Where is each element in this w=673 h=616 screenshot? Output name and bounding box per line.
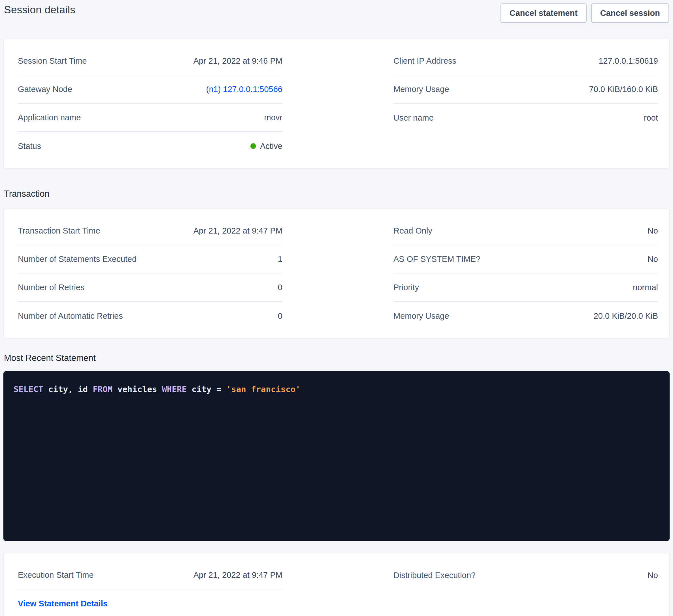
row-label: Distributed Execution? [394,571,476,580]
row-value: 20.0 KiB/20.0 KiB [594,311,658,321]
row-label: Read Only [394,226,432,236]
row-value: Apr 21, 2022 at 9:46 PM [194,56,282,66]
gateway-node-link[interactable]: (n1) 127.0.0.1:50566 [206,85,282,94]
view-statement-details-row: View Statement Details [18,589,282,616]
transaction-start-time-row: Transaction Start Time Apr 21, 2022 at 9… [18,217,282,245]
distributed-execution-row: Distributed Execution? No [394,561,658,589]
row-label: Status [18,141,41,151]
automatic-retries-row: Number of Automatic Retries 0 [18,302,282,330]
row-label: Number of Retries [18,283,84,292]
sql-keyword: WHERE [162,384,187,394]
row-value: 1 [278,255,282,264]
status-active-dot-icon [250,143,256,149]
sql-text: city = [187,384,226,394]
retries-row: Number of Retries 0 [18,274,282,302]
sql-code-block: SELECT city, id FROM vehicles WHERE city… [3,371,670,541]
execution-right-column: Distributed Execution? No [394,561,658,616]
row-label: User name [394,113,434,122]
sql-text: city, id [43,384,93,394]
row-value: Apr 21, 2022 at 9:47 PM [194,570,282,580]
sql-keyword: SELECT [14,384,43,394]
session-summary-right-column: Client IP Address 127.0.0.1:50619 Memory… [394,47,658,160]
view-statement-details-link[interactable]: View Statement Details [18,599,107,608]
page-header: Session details Cancel statement Cancel … [3,4,670,23]
read-only-row: Read Only No [394,217,658,245]
page-title: Session details [4,4,75,16]
row-label: Memory Usage [394,85,449,94]
session-summary-grid: Session Start Time Apr 21, 2022 at 9:46 … [18,47,658,160]
transaction-left-column: Transaction Start Time Apr 21, 2022 at 9… [18,217,282,330]
execution-card: Execution Start Time Apr 21, 2022 at 9:4… [3,553,670,616]
row-value: 0 [278,311,282,321]
header-actions: Cancel statement Cancel session [500,3,669,23]
session-summary-left-column: Session Start Time Apr 21, 2022 at 9:46 … [18,47,282,160]
row-label: AS OF SYSTEM TIME? [394,255,480,264]
row-value: movr [264,113,282,122]
row-value: 127.0.0.1:50619 [599,56,658,66]
status-text: Active [260,141,282,151]
as-of-system-time-row: AS OF SYSTEM TIME? No [394,245,658,274]
row-label: Execution Start Time [18,570,94,580]
most-recent-statement-heading: Most Recent Statement [4,353,669,363]
sql-keyword: FROM [92,384,113,394]
priority-row: Priority normal [394,274,658,302]
row-value: 70.0 KiB/160.0 KiB [589,85,658,94]
gateway-node-row: Gateway Node (n1) 127.0.0.1:50566 [18,75,282,103]
statements-executed-row: Number of Statements Executed 1 [18,245,282,274]
user-name-row: User name root [394,103,658,132]
sql-statement: SELECT city, id FROM vehicles WHERE city… [14,383,659,395]
transaction-memory-usage-row: Memory Usage 20.0 KiB/20.0 KiB [394,302,658,330]
transaction-heading: Transaction [4,189,669,199]
row-label: Gateway Node [18,85,72,94]
transaction-right-column: Read Only No AS OF SYSTEM TIME? No Prior… [394,217,658,330]
transaction-grid: Transaction Start Time Apr 21, 2022 at 9… [18,217,658,330]
row-label: Number of Statements Executed [18,255,137,264]
row-value: No [648,226,658,236]
session-start-time-row: Session Start Time Apr 21, 2022 at 9:46 … [18,47,282,75]
row-value: No [648,571,658,580]
row-value: normal [633,283,658,292]
row-label: Application name [18,113,81,122]
row-label: Memory Usage [394,311,449,321]
status-badge: Active [250,141,282,151]
row-label: Client IP Address [394,56,456,66]
execution-start-time-row: Execution Start Time Apr 21, 2022 at 9:4… [18,561,282,589]
row-value: root [644,113,658,122]
row-label: Session Start Time [18,56,87,66]
row-value: Apr 21, 2022 at 9:47 PM [194,226,282,236]
row-label: Number of Automatic Retries [18,311,123,321]
row-value: No [648,255,658,264]
sql-text: vehicles [113,384,162,394]
row-label: Transaction Start Time [18,226,100,236]
client-ip-row: Client IP Address 127.0.0.1:50619 [394,47,658,75]
cancel-session-button[interactable]: Cancel session [591,3,669,23]
sql-string: 'san francisco' [226,384,300,394]
row-label: Priority [394,283,419,292]
execution-left-column: Execution Start Time Apr 21, 2022 at 9:4… [18,561,282,616]
session-details-page: Session details Cancel statement Cancel … [0,0,673,616]
execution-grid: Execution Start Time Apr 21, 2022 at 9:4… [18,561,658,616]
transaction-card: Transaction Start Time Apr 21, 2022 at 9… [3,209,670,338]
application-name-row: Application name movr [18,103,282,132]
session-memory-usage-row: Memory Usage 70.0 KiB/160.0 KiB [394,75,658,103]
cancel-statement-button[interactable]: Cancel statement [500,3,587,23]
row-value: 0 [278,283,282,292]
status-row: Status Active [18,132,282,160]
session-summary-card: Session Start Time Apr 21, 2022 at 9:46 … [3,39,670,169]
